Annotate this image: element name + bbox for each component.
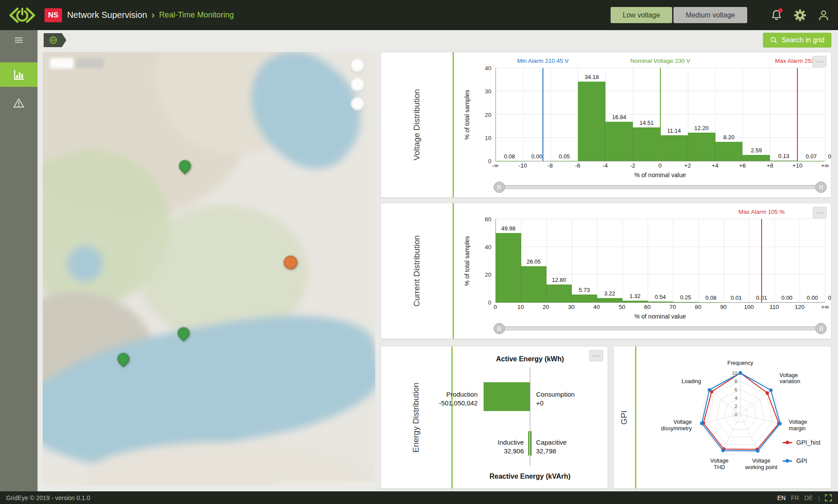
slider-handle-right[interactable] (815, 323, 827, 334)
gridline (800, 219, 800, 302)
y-tick-label: 0 (488, 299, 491, 306)
energy-chart: Production -501,050,042 Consumption +0 I… (453, 363, 608, 473)
panel-menu-button[interactable]: ⋯ (813, 207, 827, 218)
y-tick-label: 20 (485, 271, 491, 278)
lang-en[interactable]: EN (777, 494, 786, 501)
settings-button[interactable] (793, 8, 807, 23)
svg-text:Voltagevariation: Voltagevariation (780, 372, 800, 385)
svg-text:0: 0 (735, 412, 737, 417)
breadcrumb-chevron: › (151, 10, 155, 21)
x-tick-label: +∞ (821, 162, 829, 169)
histogram-bar (673, 302, 698, 302)
list-menu-icon (14, 35, 24, 45)
x-tick-label: +2 (684, 162, 691, 169)
map-zoom-in-button[interactable] (351, 59, 364, 72)
footer-copyright: GridEye © 2019 - version 0.1.0 (6, 494, 90, 501)
histogram-bar (496, 233, 521, 302)
power-logo-icon (7, 6, 38, 25)
current-distribution-panel: Current Distribution ⋯ % of total sample… (381, 203, 831, 339)
slider-track[interactable] (495, 326, 825, 331)
bar-value-label: 0.13 (778, 153, 789, 159)
production-bar (484, 382, 530, 411)
user-button[interactable] (816, 8, 831, 23)
slider-track[interactable] (495, 185, 825, 189)
notification-badge-dot (778, 8, 783, 13)
map[interactable] (43, 52, 375, 485)
gpi-radar-chart: 0246810FrequencyVoltagevariationVoltagem… (636, 346, 831, 488)
x-tick-label: 60 (644, 304, 651, 310)
search-in-grid-button[interactable]: Search in grid (763, 33, 831, 48)
alarm-line (543, 68, 543, 161)
lang-fr[interactable]: FR (791, 494, 799, 501)
map-layer-control[interactable] (76, 58, 104, 69)
histogram-bar (660, 135, 688, 161)
voltage-distribution-panel: Voltage Distribution ⋯ % of total sample… (381, 52, 831, 198)
gridline (724, 219, 724, 302)
slider-handle-left[interactable] (494, 323, 505, 334)
fullscreen-button[interactable] (825, 494, 832, 501)
notifications-button[interactable] (769, 8, 784, 23)
current-histogram: % of total samples 020406049.9826.0512.8… (454, 206, 831, 336)
panel-title: Current Distribution (412, 235, 422, 307)
y-tick-label: 20 (485, 111, 491, 118)
x-tick-label: +6 (739, 162, 745, 169)
bar-value-label: 0.0 (828, 153, 831, 160)
x-tick-label: +∞ (821, 304, 829, 310)
range-slider[interactable] (495, 180, 825, 195)
bar-value-label: 8.20 (723, 134, 734, 141)
consumption-label: Consumption +0 (536, 390, 574, 407)
x-axis-labels: 0102030405060708090100110120+∞ (495, 303, 825, 312)
legend-item[interactable]: GPI (783, 457, 821, 464)
sidebar-item-monitoring[interactable] (0, 62, 38, 87)
gridline (749, 219, 749, 302)
y-axis-title: % of total samples (464, 236, 471, 285)
gridline (825, 219, 825, 302)
slider-handle-right[interactable] (815, 182, 827, 193)
bar-value-label: 0.00 (807, 295, 817, 301)
medium-voltage-button[interactable]: Medium voltage (673, 7, 747, 23)
slider-handle-left[interactable] (494, 182, 505, 193)
low-voltage-button[interactable]: Low voltage (611, 7, 672, 23)
bar-value-label: 0.00 (781, 295, 792, 301)
app-title: Network Supervision (67, 10, 147, 20)
range-slider[interactable] (495, 321, 825, 336)
inductive-bar (528, 431, 529, 456)
sidebar-item-alarms[interactable] (0, 92, 38, 114)
histogram-bar (648, 302, 673, 302)
map-layer-control[interactable] (50, 58, 73, 69)
map-zoom-out-button[interactable] (351, 78, 364, 91)
breadcrumb-current[interactable]: Real-Time Monitoring (159, 10, 234, 20)
x-tick-label: 80 (695, 304, 701, 310)
svg-text:2: 2 (735, 404, 737, 409)
bar-value-label: 0.00 (531, 153, 542, 160)
bar-value-label: 14.51 (639, 120, 654, 126)
grid-selector-button[interactable] (44, 33, 66, 47)
legend-item[interactable]: GPI_hist (783, 439, 821, 446)
panel-menu-button[interactable]: ⋯ (589, 350, 603, 361)
svg-text:6: 6 (735, 387, 737, 392)
x-tick-label: 0 (494, 304, 497, 310)
person-icon (817, 9, 830, 21)
x-tick-label: 100 (744, 304, 754, 310)
x-tick-label: -8 (548, 162, 553, 169)
map-locate-button[interactable] (351, 97, 364, 110)
sidebar-menu-button[interactable] (0, 30, 38, 50)
panel-title: GPI (619, 410, 629, 425)
bar-value-label: 0.07 (806, 153, 817, 160)
svg-text:4: 4 (735, 395, 737, 401)
voltage-level-switch: Low voltage Medium voltage (611, 7, 747, 23)
y-axis-title: % of total samples (464, 89, 471, 139)
lang-de[interactable]: DE (804, 494, 813, 501)
y-tick-label: 0 (488, 158, 491, 165)
panel-accent-strip: Voltage Distribution (381, 52, 454, 197)
gridline (770, 68, 770, 161)
bar-value-label: 0.25 (680, 294, 691, 301)
panel-title: Energy Distribution (411, 382, 421, 453)
x-tick-label: 0 (659, 162, 662, 169)
search-button-label: Search in grid (781, 36, 824, 44)
bar-value-label: 12.20 (694, 125, 709, 131)
panel-menu-button[interactable]: ⋯ (813, 56, 827, 67)
radar-series-GPI (700, 371, 782, 453)
legend-label: GPI_hist (796, 439, 821, 446)
histogram-bar (688, 133, 715, 161)
